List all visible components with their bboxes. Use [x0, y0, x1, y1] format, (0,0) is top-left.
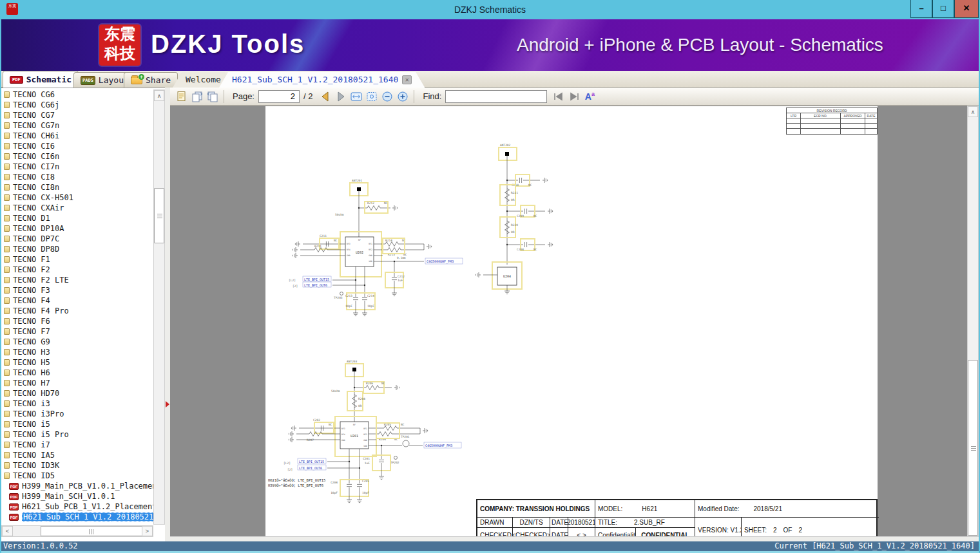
list-item[interactable]: TECNO F4 Pro	[1, 306, 153, 316]
single-page-view-button[interactable]	[174, 89, 189, 104]
page-number-input[interactable]	[258, 90, 300, 103]
scroll-right-arrow[interactable]: >	[142, 526, 153, 536]
net-link[interactable]: LTE_BPI_OUT6	[299, 466, 322, 471]
scrollbar-thumb[interactable]	[154, 188, 164, 243]
list-item[interactable]: H399_Main_SCH_V1.0.1	[1, 491, 153, 501]
list-item[interactable]: TECNO IA5	[1, 450, 153, 460]
sidebar-vertical-scrollbar[interactable]: ∧	[153, 89, 165, 525]
viewer-vertical-scrollbar[interactable]: ∧	[967, 106, 979, 536]
list-item-label: TECNO i3	[13, 399, 50, 408]
list-item[interactable]: TECNO H6	[1, 368, 153, 378]
splitter-collapse-arrow[interactable]	[166, 401, 169, 408]
list-item[interactable]: TECNO F3	[1, 285, 153, 295]
pdf-viewer[interactable]: REVISION RECORD LTR ECR NO. APPROVED DAT…	[170, 106, 979, 536]
folder-icon	[4, 143, 10, 149]
list-item[interactable]: TECNO D1	[1, 213, 153, 223]
fit-page-button[interactable]	[364, 89, 380, 104]
list-item[interactable]: TECNO CG7n	[1, 120, 153, 131]
folder-icon	[4, 225, 10, 232]
net-link[interactable]: C4G5000UHF_PM3	[425, 444, 452, 448]
find-next-button[interactable]	[566, 89, 582, 104]
list-item[interactable]: TECNO i7	[1, 440, 153, 450]
ref-label: ANT203	[347, 360, 358, 363]
next-page-button[interactable]	[333, 89, 349, 104]
list-item[interactable]: TECNO F6	[1, 316, 153, 326]
maximize-button[interactable]: □	[932, 0, 954, 18]
list-item[interactable]: TECNO CX-H501	[1, 192, 153, 203]
scrollbar-thumb[interactable]	[968, 360, 978, 536]
scroll-left-arrow[interactable]: <	[2, 526, 13, 536]
list-item[interactable]: TECNO CG6	[1, 89, 153, 100]
previous-page-button[interactable]	[318, 89, 333, 104]
scroll-up-arrow[interactable]: ∧	[154, 90, 164, 101]
list-item[interactable]: TECNO i3Pro	[1, 409, 153, 419]
net-link[interactable]: C4G5000UHF_PM3	[427, 259, 454, 264]
list-item[interactable]: TECNO CG6j	[1, 100, 153, 110]
list-item[interactable]: TECNO F7	[1, 326, 153, 337]
list-item[interactable]: TECNO F2 LTE	[1, 275, 153, 285]
tab-schematic[interactable]: PDF Schematic	[3, 71, 79, 88]
value-label: 10pF	[345, 305, 352, 308]
list-item[interactable]: TECNO i5 Pro	[1, 429, 153, 440]
list-item[interactable]: TECNO F2	[1, 265, 153, 275]
zoom-out-button[interactable]	[380, 89, 395, 104]
zoom-in-button[interactable]	[395, 89, 410, 104]
drawn-date-cell: 20180521	[568, 518, 595, 528]
list-item[interactable]: TECNO ID3K	[1, 460, 153, 471]
list-item[interactable]: TECNO G9	[1, 337, 153, 347]
modified-date-value: 2018/5/21	[753, 505, 782, 512]
ref-label: C202	[313, 418, 320, 422]
pin-label: GND	[341, 439, 345, 442]
list-item[interactable]: TECNO DP7C	[1, 234, 153, 244]
list-item-label: TECNO CI6	[13, 142, 55, 151]
ref-label: ANT202	[500, 144, 511, 147]
list-item[interactable]: TECNO i5	[1, 419, 153, 429]
list-item[interactable]: TECNO CG7	[1, 110, 153, 120]
net-link[interactable]: LTE_BPI_OUT6	[304, 283, 327, 288]
tab-share[interactable]: + Share	[124, 72, 178, 88]
list-item[interactable]: TECNO CI6n	[1, 151, 153, 162]
list-item[interactable]: TECNO ID5	[1, 471, 153, 481]
doc-tab-document[interactable]: H621_Sub_SCH_1_V1.2_20180521_1640 ✕	[219, 72, 425, 88]
pin-label: RF3	[341, 427, 345, 430]
circuit-1: ANT201 50ohm R212 NC	[289, 179, 463, 316]
list-item[interactable]: H399_Main_PCB_V1.0.1_Placement	[1, 481, 153, 491]
minimize-button[interactable]: –	[910, 0, 932, 18]
list-item-label: TECNO F4	[13, 296, 50, 305]
list-item[interactable]: TECNO CI7n	[1, 162, 153, 172]
fit-width-button[interactable]	[349, 89, 364, 104]
list-item[interactable]: TECNO F4	[1, 295, 153, 306]
close-button[interactable]: ✕	[954, 0, 979, 18]
list-item[interactable]: TECNO DP8D	[1, 244, 153, 254]
list-item[interactable]: TECNO F1	[1, 254, 153, 265]
list-item[interactable]: TECNO H3	[1, 347, 153, 357]
folder-icon	[9, 514, 19, 521]
list-item[interactable]: TECNO H5	[1, 357, 153, 368]
panel-splitter[interactable]	[165, 88, 170, 541]
list-item[interactable]: TECNO HD70	[1, 388, 153, 398]
list-item[interactable]: TECNO DP10A	[1, 223, 153, 234]
find-previous-button[interactable]	[551, 89, 566, 104]
list-item[interactable]: TECNO CXAir	[1, 203, 153, 213]
list-item[interactable]: H621_Sub_PCB_1_V1.2_Placement	[1, 501, 153, 512]
close-tab-icon[interactable]: ✕	[402, 75, 412, 84]
rotate-left-button[interactable]	[189, 89, 205, 104]
list-item[interactable]: TECNO i3	[1, 398, 153, 409]
window-controls: – □ ✕	[910, 0, 979, 18]
net-link[interactable]: LTE_BPI_OUT15	[304, 277, 329, 282]
list-item-label: TECNO F2	[13, 265, 50, 274]
list-item[interactable]: TECNO CI6	[1, 141, 153, 151]
scrollbar-thumb[interactable]	[41, 526, 142, 536]
list-item[interactable]: TECNO CH6i	[1, 131, 153, 141]
list-item[interactable]: TECNO CI8n	[1, 182, 153, 192]
list-item[interactable]: H621_Sub_SCH_1_V1.2_20180521_1640	[1, 512, 153, 522]
rotate-right-button[interactable]	[205, 89, 220, 104]
sidebar-horizontal-scrollbar[interactable]: < >	[1, 525, 153, 537]
list-item[interactable]: TECNO H7	[1, 378, 153, 388]
list-item[interactable]: TECNO CI8	[1, 172, 153, 182]
page-icon	[176, 91, 187, 102]
scroll-up-arrow[interactable]: ∧	[968, 106, 978, 117]
net-link[interactable]: LTE_BPI_OUT15	[299, 460, 324, 464]
match-case-button[interactable]: Aa	[582, 89, 597, 104]
find-input[interactable]	[445, 90, 547, 103]
